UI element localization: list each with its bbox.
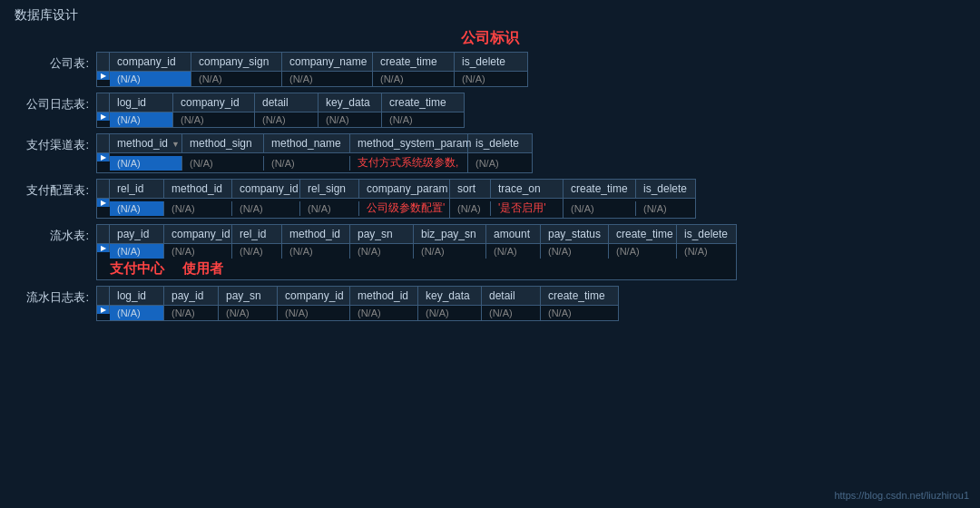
table-label-5: 流水日志表:: [15, 286, 96, 306]
body-cell-3-8: (N/A): [636, 201, 695, 216]
watermark: https://blog.csdn.net/liuzhirou1: [834, 490, 969, 501]
header-cell-4-8: create_time: [609, 225, 677, 243]
db-table-inner-3: rel_idmethod_idcompany_idrel_signcompany…: [96, 179, 696, 219]
header-cell-0-4: is_delete: [455, 53, 527, 71]
header-cell-2-2: method_name: [264, 134, 350, 152]
header-cell-4-3: method_id: [282, 225, 350, 243]
section-title: 公司标识: [15, 29, 965, 48]
body-cell-0-1: (N/A): [191, 72, 282, 86]
header-cell-4-4: pay_sn: [350, 225, 414, 243]
body-cell-0-2: (N/A): [282, 72, 373, 86]
header-cell-3-5: sort: [450, 180, 491, 198]
body-cell-2-2: (N/A): [264, 156, 350, 171]
table-label-0: 公司表:: [15, 52, 96, 72]
db-table-5: log_idpay_idpay_sncompany_idmethod_idkey…: [96, 286, 619, 321]
body-cell-3-2: (N/A): [232, 201, 300, 216]
db-table-2: method_idmethod_signmethod_namemethod_sy…: [96, 133, 533, 173]
header-cell-4-5: biz_pay_sn: [414, 225, 486, 243]
header-cell-3-7: create_time: [564, 180, 636, 198]
header-cell-3-6: trace_on: [491, 180, 564, 198]
db-table-body-5: (N/A)(N/A)(N/A)(N/A)(N/A)(N/A)(N/A)(N/A): [97, 306, 618, 320]
header-cell-5-4: method_id: [350, 287, 418, 305]
body-cell-3-3: (N/A): [300, 201, 359, 216]
table-group-0: 公司表:company_idcompany_signcompany_namecr…: [15, 52, 965, 87]
body-cell-3-5: (N/A): [450, 201, 491, 216]
db-table-header-1: log_idcompany_iddetailkey_datacreate_tim…: [97, 93, 464, 112]
db-table-body-2: (N/A)(N/A)(N/A)支付方式系统级参数,(N/A): [97, 153, 532, 172]
body-cell-4-3: (N/A): [282, 244, 350, 259]
db-table-body-0: (N/A)(N/A)(N/A)(N/A)(N/A): [97, 72, 527, 86]
body-cell-1-1: (N/A): [173, 112, 255, 127]
header-cell-3-3: rel_sign: [300, 180, 359, 198]
body-cell-4-2: (N/A): [232, 244, 282, 259]
body-cell-4-9: (N/A): [677, 244, 736, 259]
db-table-header-3: rel_idmethod_idcompany_idrel_signcompany…: [97, 180, 695, 199]
header-cell-4-9: is_delete: [677, 225, 736, 243]
row-indicator-5: [97, 306, 110, 314]
tables-container: 公司表:company_idcompany_signcompany_namecr…: [15, 52, 965, 327]
body-cell-5-6: (N/A): [482, 306, 541, 320]
header-cell-5-3: company_id: [278, 287, 350, 305]
db-table-inner-1: log_idcompany_iddetailkey_datacreate_tim…: [96, 93, 465, 128]
body-cell-4-7: (N/A): [541, 244, 609, 259]
row-indicator-1: [97, 112, 110, 121]
header-cell-4-7: pay_status: [541, 225, 609, 243]
body-cell-2-1: (N/A): [182, 156, 264, 171]
body-cell-4-8: (N/A): [609, 244, 677, 259]
body-cell-2-0: (N/A): [110, 156, 182, 171]
body-cell-5-4: (N/A): [350, 306, 418, 320]
header-cell-4-1: company_id: [164, 225, 232, 243]
body-cell-5-3: (N/A): [278, 306, 350, 320]
header-cell-3-4: company_param: [359, 180, 450, 198]
header-cell-4-6: amount: [486, 225, 541, 243]
header-cell-2-1: method_sign: [182, 134, 264, 152]
body-cell-2-3: 支付方式系统级参数,: [350, 153, 468, 172]
db-table-header-0: company_idcompany_signcompany_namecreate…: [97, 53, 527, 72]
table-group-4: 流水表:pay_idcompany_idrel_idmethod_idpay_s…: [15, 224, 965, 280]
header-cell-2-4: is_delete: [468, 134, 532, 152]
header-cell-0-1: company_sign: [191, 53, 282, 71]
table-label-1: 公司日志表:: [15, 93, 96, 112]
body-cell-3-1: (N/A): [164, 201, 232, 216]
extra-labels-4: 支付中心使用者: [97, 259, 736, 279]
body-cell-4-0: (N/A): [110, 244, 164, 259]
body-cell-1-4: (N/A): [382, 112, 464, 127]
header-cell-4-2: rel_id: [232, 225, 282, 243]
header-cell-1-0: log_id: [110, 93, 173, 112]
body-cell-3-4: 公司级参数配置': [359, 199, 450, 218]
header-cell-4-0: pay_id: [110, 225, 164, 243]
db-table-header-4: pay_idcompany_idrel_idmethod_idpay_snbiz…: [97, 225, 736, 244]
table-group-1: 公司日志表:log_idcompany_iddetailkey_datacrea…: [15, 93, 965, 128]
db-table-body-1: (N/A)(N/A)(N/A)(N/A)(N/A): [97, 112, 464, 127]
header-cell-5-2: pay_sn: [219, 287, 278, 305]
table-group-2: 支付渠道表:method_idmethod_signmethod_namemet…: [15, 133, 965, 173]
header-cell-3-8: is_delete: [636, 180, 695, 198]
header-cell-5-5: key_data: [418, 287, 482, 305]
db-table-inner-0: company_idcompany_signcompany_namecreate…: [96, 52, 528, 87]
table-group-5: 流水日志表:log_idpay_idpay_sncompany_idmethod…: [15, 286, 965, 321]
db-table-header-5: log_idpay_idpay_sncompany_idmethod_idkey…: [97, 287, 618, 306]
header-cell-1-1: company_id: [173, 93, 255, 112]
row-indicator-2: [97, 153, 110, 161]
body-cell-5-1: (N/A): [164, 306, 219, 320]
body-cell-5-2: (N/A): [219, 306, 278, 320]
db-table-3: rel_idmethod_idcompany_idrel_signcompany…: [96, 179, 696, 219]
header-cell-3-1: method_id: [164, 180, 232, 198]
body-cell-0-3: (N/A): [373, 72, 455, 86]
page-title: 数据库设计: [0, 0, 980, 27]
body-cell-2-4: (N/A): [468, 156, 532, 171]
header-cell-1-2: detail: [255, 93, 318, 112]
body-cell-0-0: (N/A): [110, 72, 191, 86]
header-cell-5-0: log_id: [110, 287, 164, 305]
body-cell-4-5: (N/A): [414, 244, 486, 259]
body-cell-3-7: (N/A): [564, 201, 636, 216]
table-label-2: 支付渠道表:: [15, 133, 96, 153]
body-cell-4-1: (N/A): [164, 244, 232, 259]
db-table-inner-4: pay_idcompany_idrel_idmethod_idpay_snbiz…: [96, 224, 737, 280]
table-label-3: 支付配置表:: [15, 179, 96, 199]
body-cell-1-2: (N/A): [255, 112, 318, 127]
body-cell-5-0: (N/A): [110, 306, 164, 320]
db-table-header-2: method_idmethod_signmethod_namemethod_sy…: [97, 134, 532, 153]
header-cell-1-3: key_data: [318, 93, 382, 112]
header-cell-2-0: method_id: [110, 134, 182, 152]
